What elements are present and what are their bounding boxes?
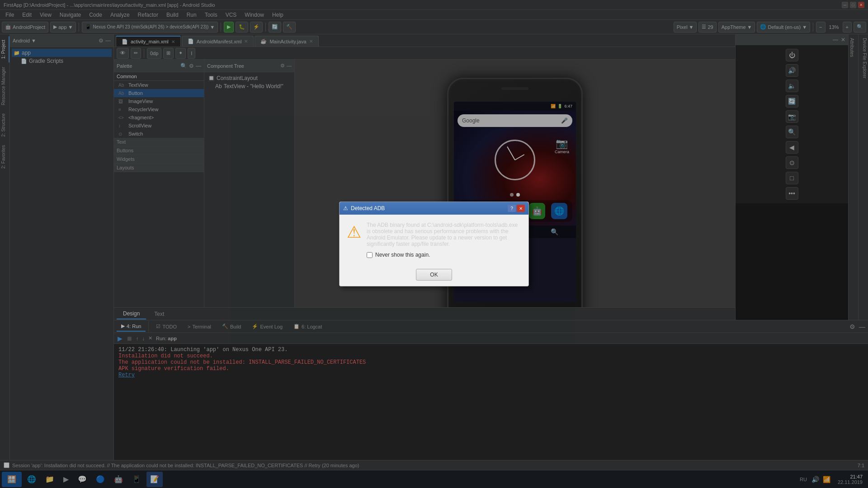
adb-dialog: ⚠ Detected ADB ? ✕ ⚠ The ADB binary foun… xyxy=(339,202,529,286)
dialog-footer: OK xyxy=(340,265,528,286)
dialog-never-show-container: Never show this again. xyxy=(367,252,521,258)
never-show-label: Never show this again. xyxy=(375,252,430,258)
dialog-warning-icon: ⚠ xyxy=(347,223,361,258)
dialog-ok-btn[interactable]: OK xyxy=(416,269,452,281)
dialog-title-text: Detected ADB xyxy=(351,205,385,211)
dialog-help-btn[interactable]: ? xyxy=(508,205,516,212)
dialog-body: The ADB binary found at C:\android-sdk\p… xyxy=(367,222,521,258)
never-show-checkbox[interactable] xyxy=(367,252,373,258)
dialog-title-bar: ⚠ Detected ADB ? ✕ xyxy=(340,202,528,215)
dialog-content: ⚠ The ADB binary found at C:\android-sdk… xyxy=(340,215,528,265)
dialog-message: The ADB binary found at C:\android-sdk\p… xyxy=(367,222,521,247)
dialog-warning-title-icon: ⚠ xyxy=(343,205,348,211)
dialog-close-btn[interactable]: ✕ xyxy=(517,205,525,212)
dialog-title-controls: ? ✕ xyxy=(508,205,525,212)
dialog-overlay: ⚠ Detected ADB ? ✕ ⚠ The ADB binary foun… xyxy=(0,0,868,488)
